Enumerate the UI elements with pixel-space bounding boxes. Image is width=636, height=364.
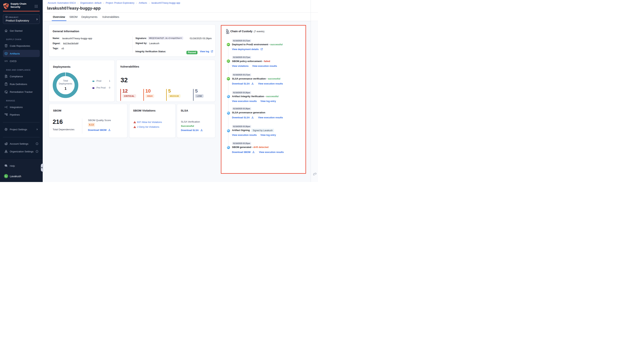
- svg-text:?: ?: [5, 165, 6, 166]
